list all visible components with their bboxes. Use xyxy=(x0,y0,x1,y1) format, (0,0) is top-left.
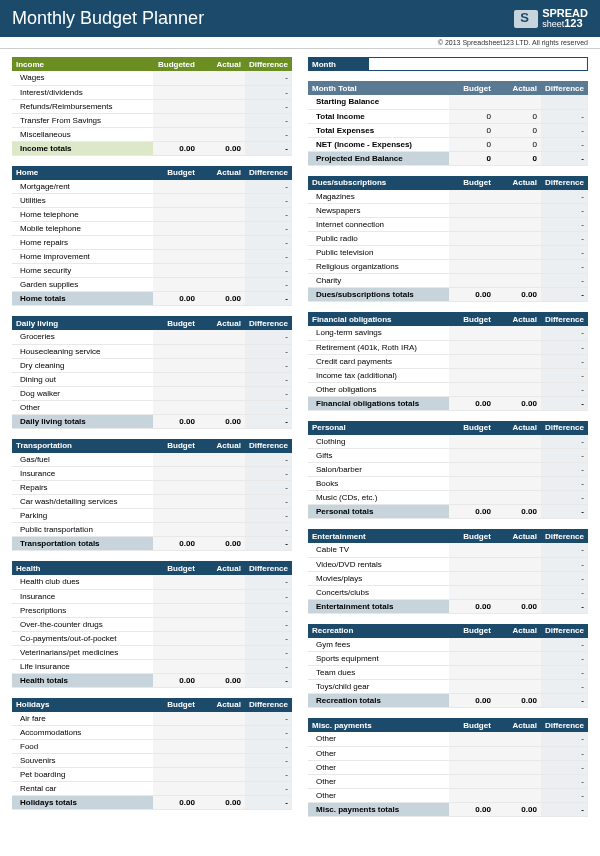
cell-budget[interactable] xyxy=(449,774,495,788)
cell-budget[interactable] xyxy=(449,463,495,477)
cell-budget[interactable] xyxy=(153,400,199,414)
cell-budget[interactable] xyxy=(449,190,495,204)
cell-budget[interactable] xyxy=(449,571,495,585)
cell-budget[interactable] xyxy=(449,435,495,449)
cell-budget[interactable] xyxy=(153,250,199,264)
cell-actual[interactable] xyxy=(495,774,541,788)
cell-actual[interactable] xyxy=(199,481,245,495)
cell-actual[interactable] xyxy=(199,127,245,141)
cell-actual[interactable] xyxy=(495,491,541,505)
cell-actual[interactable] xyxy=(495,190,541,204)
cell-budget[interactable] xyxy=(153,603,199,617)
cell-actual[interactable] xyxy=(199,278,245,292)
cell-actual[interactable] xyxy=(199,603,245,617)
cell-budget[interactable] xyxy=(449,788,495,802)
cell-budget[interactable] xyxy=(153,467,199,481)
cell-budget[interactable] xyxy=(153,113,199,127)
cell-actual[interactable] xyxy=(495,746,541,760)
cell-budget[interactable] xyxy=(153,495,199,509)
cell-budget[interactable] xyxy=(153,194,199,208)
cell-actual[interactable] xyxy=(495,232,541,246)
cell-actual[interactable] xyxy=(199,467,245,481)
cell-budget[interactable] xyxy=(153,575,199,589)
cell-budget[interactable] xyxy=(449,666,495,680)
cell-actual[interactable] xyxy=(495,260,541,274)
cell-actual[interactable] xyxy=(495,382,541,396)
cell-budget[interactable] xyxy=(153,127,199,141)
cell-budget[interactable] xyxy=(153,768,199,782)
cell-budget[interactable] xyxy=(449,382,495,396)
cell-actual[interactable] xyxy=(199,726,245,740)
cell-budget[interactable] xyxy=(153,453,199,467)
cell-budget[interactable] xyxy=(153,481,199,495)
cell-actual[interactable] xyxy=(199,631,245,645)
cell-actual[interactable] xyxy=(199,400,245,414)
cell-actual[interactable] xyxy=(199,113,245,127)
cell-budget[interactable] xyxy=(153,589,199,603)
cell-actual[interactable] xyxy=(495,435,541,449)
cell-budget[interactable] xyxy=(449,232,495,246)
cell-actual[interactable] xyxy=(199,180,245,194)
cell-budget[interactable] xyxy=(153,372,199,386)
cell-budget[interactable] xyxy=(449,543,495,557)
cell-budget[interactable] xyxy=(449,585,495,599)
cell-budget[interactable] xyxy=(153,740,199,754)
cell-budget[interactable] xyxy=(153,222,199,236)
cell-budget[interactable] xyxy=(153,99,199,113)
cell-actual[interactable] xyxy=(199,754,245,768)
cell-budget[interactable] xyxy=(449,340,495,354)
cell-actual[interactable] xyxy=(495,449,541,463)
cell-actual[interactable] xyxy=(199,194,245,208)
cell-budget[interactable] xyxy=(153,645,199,659)
cell-actual[interactable] xyxy=(495,680,541,694)
cell-actual[interactable] xyxy=(495,463,541,477)
cell-actual[interactable] xyxy=(199,208,245,222)
cell-budget[interactable] xyxy=(449,746,495,760)
cell-actual[interactable] xyxy=(199,768,245,782)
cell-budget[interactable] xyxy=(449,557,495,571)
cell-actual[interactable] xyxy=(199,509,245,523)
cell-budget[interactable] xyxy=(153,712,199,726)
cell-budget[interactable] xyxy=(153,180,199,194)
cell-actual[interactable] xyxy=(495,788,541,802)
cell-actual[interactable] xyxy=(199,358,245,372)
cell-actual[interactable] xyxy=(199,372,245,386)
cell-actual[interactable] xyxy=(199,99,245,113)
cell-actual[interactable] xyxy=(199,617,245,631)
cell-budget[interactable] xyxy=(449,760,495,774)
month-input[interactable] xyxy=(369,58,587,70)
cell-budget[interactable] xyxy=(153,85,199,99)
cell-actual[interactable] xyxy=(495,204,541,218)
cell-actual[interactable] xyxy=(495,326,541,340)
cell-budget[interactable] xyxy=(449,260,495,274)
cell-budget[interactable] xyxy=(449,732,495,746)
cell-actual[interactable] xyxy=(495,340,541,354)
cell-actual[interactable] xyxy=(199,523,245,537)
cell-actual[interactable] xyxy=(495,638,541,652)
cell-actual[interactable] xyxy=(199,453,245,467)
cell-actual[interactable] xyxy=(199,222,245,236)
cell-actual[interactable] xyxy=(199,85,245,99)
cell-budget[interactable] xyxy=(449,477,495,491)
cell-budget[interactable] xyxy=(153,278,199,292)
cell-budget[interactable] xyxy=(153,358,199,372)
cell-actual[interactable] xyxy=(199,575,245,589)
cell-actual[interactable] xyxy=(495,571,541,585)
cell-actual[interactable] xyxy=(495,218,541,232)
cell-actual[interactable] xyxy=(495,732,541,746)
summary-budget[interactable] xyxy=(449,95,495,109)
cell-budget[interactable] xyxy=(449,204,495,218)
cell-actual[interactable] xyxy=(495,354,541,368)
cell-actual[interactable] xyxy=(495,666,541,680)
cell-actual[interactable] xyxy=(199,236,245,250)
cell-actual[interactable] xyxy=(495,543,541,557)
cell-budget[interactable] xyxy=(449,218,495,232)
cell-actual[interactable] xyxy=(199,386,245,400)
cell-budget[interactable] xyxy=(449,491,495,505)
cell-actual[interactable] xyxy=(199,250,245,264)
cell-budget[interactable] xyxy=(449,680,495,694)
cell-actual[interactable] xyxy=(199,589,245,603)
cell-budget[interactable] xyxy=(153,386,199,400)
cell-actual[interactable] xyxy=(199,712,245,726)
cell-actual[interactable] xyxy=(495,368,541,382)
